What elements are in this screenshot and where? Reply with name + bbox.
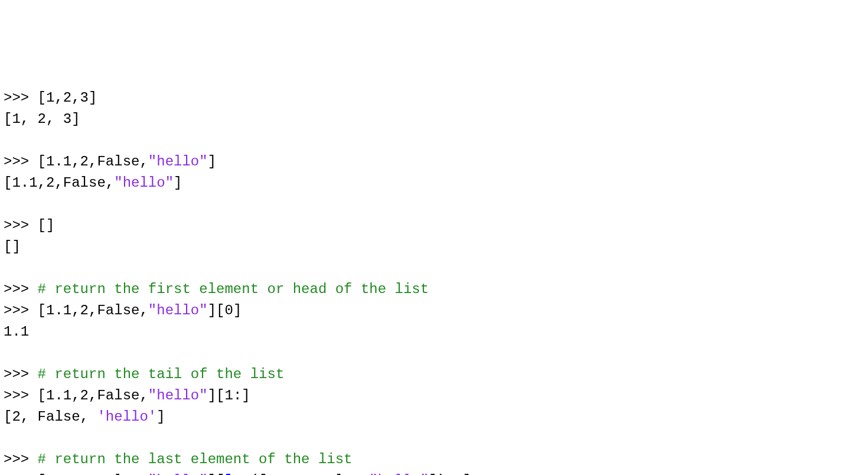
code-segment: [4, 430, 12, 446]
code-line: [4, 194, 864, 215]
code-line: >>> # return the tail of the list: [4, 364, 864, 385]
code-line: >>> [1,2,3]: [4, 87, 864, 109]
code-segment: "hello": [148, 154, 208, 170]
code-segment: >>>: [4, 366, 38, 382]
code-segment: [2, False,: [4, 409, 97, 425]
code-line: >>> # return the last element of the lis…: [4, 449, 864, 470]
code-segment: ([1.1,2,False,: [250, 473, 370, 475]
code-segment: >>> [1.1,2,False,: [4, 154, 148, 170]
code-line: >>> # return the first element or head o…: [4, 279, 864, 300]
code-segment: "hello": [148, 388, 208, 404]
code-segment: ][1:]: [208, 388, 250, 404]
code-line: [4, 343, 864, 364]
code-segment: ]: [174, 175, 182, 191]
code-segment: "hello": [114, 175, 174, 191]
code-segment: >>> [1.1,2,False,: [4, 473, 148, 475]
code-block: >>> [1,2,3][1, 2, 3] >>> [1.1,2,False,"h…: [4, 87, 864, 475]
code-line: []: [4, 236, 864, 258]
code-segment: >>> [1.1,2,False,: [4, 302, 148, 318]
code-segment: "hello": [369, 473, 429, 475]
code-segment: >>> []: [4, 217, 54, 233]
code-segment: ]: [208, 154, 216, 170]
code-line: [4, 258, 864, 279]
code-line: [2, False, 'hello']: [4, 406, 864, 428]
code-segment: ]: [156, 409, 165, 425]
code-segment: [4, 132, 12, 148]
code-segment: [4, 260, 12, 276]
code-segment: 'hello': [97, 409, 156, 425]
code-segment: [4, 345, 12, 361]
code-segment: ][: [208, 473, 225, 475]
code-segment: "hello": [148, 473, 208, 475]
code-segment: # return the tail of the list: [38, 366, 285, 382]
code-line: >>> [1.1,2,False,"hello"]: [4, 151, 864, 173]
code-segment: ])-1]: [429, 473, 471, 475]
code-segment: "hello": [148, 302, 208, 318]
code-segment: len: [224, 473, 250, 475]
code-line: [4, 428, 864, 449]
code-segment: [1.1,2,False,: [4, 175, 114, 191]
code-segment: >>>: [4, 451, 38, 467]
code-line: >>> []: [4, 215, 864, 236]
code-line: [1, 2, 3]: [4, 109, 864, 130]
code-segment: []: [4, 239, 21, 255]
code-line: >>> [1.1,2,False,"hello"][len([1.1,2,Fal…: [4, 470, 864, 475]
code-segment: 1.1: [4, 324, 29, 340]
code-segment: [1, 2, 3]: [4, 111, 80, 127]
code-segment: >>>: [4, 281, 38, 297]
code-segment: [4, 196, 12, 212]
code-line: >>> [1.1,2,False,"hello"][1:]: [4, 385, 864, 406]
code-segment: ][0]: [208, 302, 242, 318]
code-line: [4, 130, 864, 151]
code-line: [1.1,2,False,"hello"]: [4, 173, 864, 194]
code-line: >>> [1.1,2,False,"hello"][0]: [4, 300, 864, 321]
code-segment: # return the first element or head of th…: [38, 281, 429, 297]
code-line: 1.1: [4, 321, 864, 343]
code-segment: # return the last element of the list: [38, 451, 353, 467]
code-segment: >>> [1,2,3]: [4, 90, 97, 106]
code-segment: >>> [1.1,2,False,: [4, 388, 148, 404]
